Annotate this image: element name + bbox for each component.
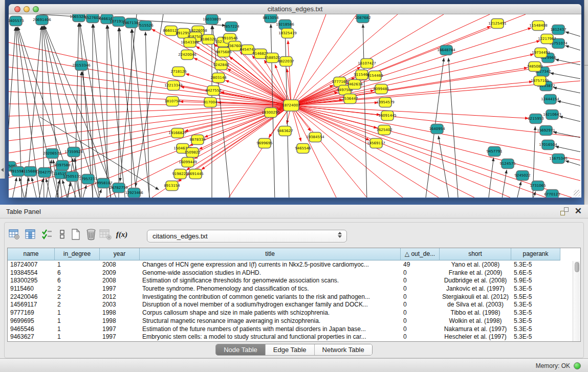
column-header-in_degree[interactable]: in_degree bbox=[55, 248, 100, 260]
table-row[interactable]: 1872400712008Changes of HCN gene express… bbox=[8, 261, 560, 269]
cell-short: Jankovic et al. (1997) bbox=[440, 285, 511, 293]
column-header-out_de[interactable]: △ out_de... bbox=[401, 248, 440, 260]
column-header-year[interactable]: year bbox=[100, 248, 140, 260]
edge-arrowhead-icon bbox=[519, 182, 521, 185]
graph-node-label: 1509822 bbox=[184, 150, 200, 155]
graph-edge[interactable] bbox=[555, 146, 580, 152]
graph-edge[interactable] bbox=[107, 25, 125, 198]
edge-arrowhead-icon bbox=[62, 180, 64, 184]
function-builder-icon[interactable]: f(x) bbox=[115, 227, 129, 242]
edge-arrowhead-icon bbox=[505, 170, 508, 173]
graph-edge[interactable] bbox=[9, 105, 291, 178]
graph-edge[interactable] bbox=[288, 40, 291, 105]
edge-arrowhead-icon bbox=[528, 28, 532, 30]
graph-node-label: 12444154 bbox=[541, 97, 559, 101]
network-canvas[interactable]: 9405573206914061065328715276026466160107… bbox=[9, 14, 581, 198]
table-settings-icon[interactable] bbox=[7, 227, 21, 242]
table-row[interactable]: 1830029562008Estimation of significance … bbox=[8, 277, 560, 285]
new-column-icon[interactable] bbox=[69, 227, 83, 242]
delete-table-icon[interactable] bbox=[98, 227, 113, 242]
graph-edge[interactable] bbox=[120, 14, 137, 182]
tab-edge-table[interactable]: Edge Table bbox=[265, 344, 314, 355]
graph-node-label: 9457791 bbox=[486, 149, 502, 154]
cell-year: 1997 bbox=[100, 285, 140, 293]
graph-edge[interactable] bbox=[291, 54, 534, 105]
graph-edge[interactable] bbox=[9, 105, 291, 190]
tab-network-table[interactable]: Network Table bbox=[314, 344, 372, 355]
dropdown-arrows-icon bbox=[338, 232, 342, 238]
graph-edge[interactable] bbox=[145, 32, 149, 198]
column-header-short[interactable]: short bbox=[440, 248, 511, 260]
memory-status-label: Memory: OK bbox=[536, 362, 570, 369]
zoom-window-icon[interactable] bbox=[33, 6, 39, 12]
graph-node-label: 16091445 bbox=[378, 114, 397, 118]
selection-mode-icon[interactable] bbox=[40, 227, 54, 242]
graph-node-label: 11548408 bbox=[529, 24, 548, 28]
column-header-name[interactable]: name bbox=[8, 248, 55, 260]
table-row[interactable]: 969969511998Structural magnetic resonanc… bbox=[8, 317, 560, 325]
graph-node-label: 16782759 bbox=[110, 186, 128, 190]
graph-node-label: 8215953 bbox=[528, 117, 543, 121]
edge-arrowhead-icon bbox=[50, 160, 53, 163]
table-row[interactable]: 1938455462009Genome-wide association stu… bbox=[8, 269, 560, 277]
graph-edge[interactable] bbox=[550, 73, 580, 79]
column-header-title[interactable]: title bbox=[140, 248, 401, 260]
graph-edge[interactable] bbox=[9, 105, 291, 153]
panel-expand-handle-icon[interactable] bbox=[1, 168, 4, 172]
network-view-window: citations_edges.txt 94055732069140610653… bbox=[9, 4, 581, 198]
cell-name: 14569117 bbox=[8, 301, 55, 309]
graph-edge[interactable] bbox=[291, 105, 510, 198]
edge-arrowhead-icon bbox=[119, 178, 122, 182]
graph-edge[interactable] bbox=[553, 87, 580, 94]
graph-edge[interactable] bbox=[502, 170, 507, 198]
graph-edge[interactable] bbox=[557, 101, 580, 107]
collapsed-control-panel[interactable] bbox=[0, 0, 5, 179]
rows-icon[interactable] bbox=[55, 227, 70, 242]
column-visibility-icon[interactable] bbox=[24, 227, 38, 242]
cell-name: 18300295 bbox=[8, 277, 55, 285]
table-selector-dropdown[interactable]: citations_edges.txt bbox=[147, 230, 347, 243]
scrollbar-thumb[interactable] bbox=[575, 262, 579, 272]
graph-node-label: 817004 bbox=[204, 100, 217, 104]
graph-node-label: 9463627 bbox=[277, 129, 293, 133]
cell-out_de: 0 bbox=[401, 277, 440, 285]
table-row[interactable]: 946554611997Estimation of the future num… bbox=[8, 325, 560, 334]
tab-node-table[interactable]: Node Table bbox=[216, 344, 265, 355]
graph-edge[interactable] bbox=[291, 14, 526, 105]
close-panel-icon[interactable]: ✕ bbox=[575, 207, 582, 215]
close-window-icon[interactable] bbox=[14, 6, 20, 12]
delete-column-icon[interactable] bbox=[84, 227, 98, 242]
column-header-pagerank[interactable]: pagerank bbox=[511, 248, 560, 260]
table-row[interactable]: 977716911998Corpus callosum shape and si… bbox=[8, 309, 560, 317]
table-row[interactable]: 1456911722003Disruption of a novel membe… bbox=[8, 301, 560, 309]
table-row[interactable]: 946362711997Embryonic stem cells: a mode… bbox=[8, 333, 560, 341]
graph-node-label: 16099449 bbox=[179, 160, 197, 164]
graph-node-label: 12125491 bbox=[488, 21, 507, 26]
resize-grip-icon[interactable] bbox=[574, 190, 580, 196]
network-graph-svg[interactable]: 9405573206914061065328715276026466160107… bbox=[9, 14, 580, 198]
graph-edge[interactable] bbox=[9, 92, 291, 105]
edge-arrowhead-icon bbox=[533, 191, 536, 195]
graph-edge[interactable] bbox=[488, 158, 494, 198]
table-row[interactable]: 911546021997Tourette syndrome. Phenomeno… bbox=[8, 285, 560, 293]
table-row[interactable]: 2242004622012Investigating the contribut… bbox=[8, 293, 560, 301]
table-header-row: namein_degreeyeartitle△ out_de...shortpa… bbox=[8, 248, 560, 260]
graph-node-label: 9154469 bbox=[367, 74, 383, 78]
cell-in_degree: 6 bbox=[55, 269, 100, 277]
graph-edge[interactable] bbox=[363, 24, 367, 198]
graph-node-label: 16543382 bbox=[181, 40, 199, 45]
network-desktop: citations_edges.txt 94055732069140610653… bbox=[0, 0, 588, 205]
minimize-window-icon[interactable] bbox=[24, 6, 30, 12]
cell-year: 2012 bbox=[100, 293, 140, 301]
graph-edge[interactable] bbox=[291, 68, 528, 105]
network-window-titlebar[interactable]: citations_edges.txt bbox=[9, 4, 581, 14]
table-scrollbar[interactable] bbox=[573, 261, 580, 341]
graph-edge[interactable] bbox=[553, 132, 580, 138]
graph-edge[interactable] bbox=[291, 26, 491, 105]
float-window-icon[interactable] bbox=[560, 207, 569, 215]
cell-pagerank: 5.3E-5 bbox=[511, 261, 560, 269]
cell-out_de: 0 bbox=[401, 309, 440, 317]
graph-node-label: 7485083 bbox=[527, 64, 542, 69]
graph-edge[interactable] bbox=[291, 105, 529, 118]
graph-node-label: 7462634 bbox=[346, 82, 363, 86]
